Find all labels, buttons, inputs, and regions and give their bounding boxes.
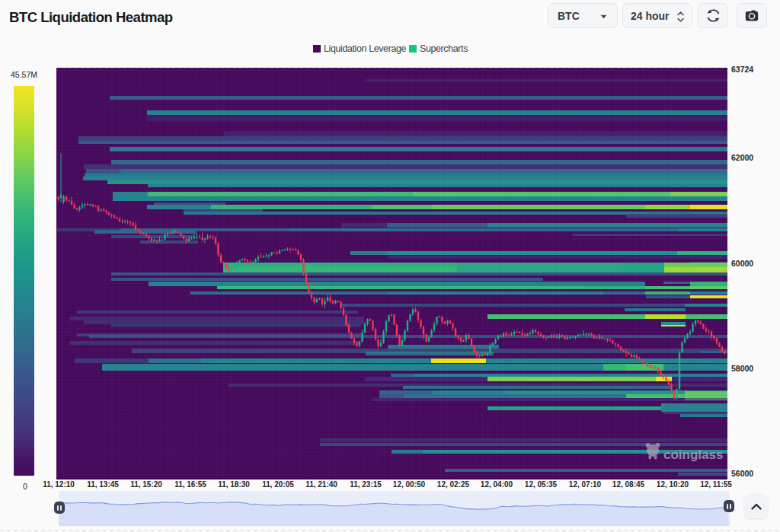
svg-text:coinglass: coinglass [663, 448, 723, 462]
